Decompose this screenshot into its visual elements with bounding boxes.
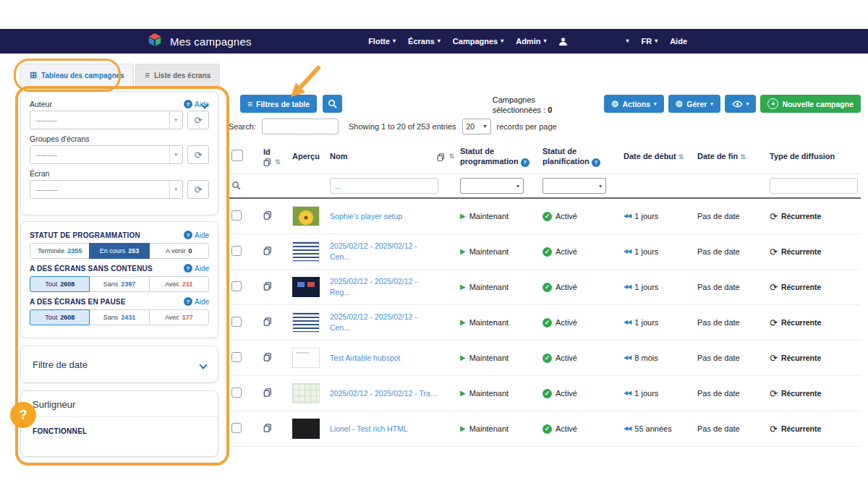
copy-id-icon[interactable] [263, 388, 272, 397]
nav-campagnes[interactable]: Campagnes▾ [453, 37, 503, 46]
collapse-chevron-icon[interactable] [202, 98, 208, 111]
table-row[interactable]: 2025/02/12 - 2025/02/12 - Cen... ▶Mainte… [229, 234, 861, 270]
visibility-button[interactable]: ▾ [725, 95, 757, 113]
copy-icon[interactable] [437, 153, 445, 161]
filter-tout-button[interactable]: Tout2608 [30, 309, 90, 325]
annotation-help-badge[interactable]: ? [10, 402, 36, 428]
nav-ecrans[interactable]: Écrans▾ [408, 37, 441, 46]
column-header-statut-planification[interactable]: Statut de planification ? [540, 140, 621, 174]
sidebar-date-filter-panel[interactable]: Filtre de date [20, 346, 218, 383]
table-row[interactable]: 2025/02/12 - 2025/02/12 - Tra... ▶Mainte… [229, 376, 861, 411]
copy-icon[interactable] [263, 158, 271, 166]
table-row[interactable]: Sophie's player setup ▶Maintenant ✓Activ… [229, 198, 861, 234]
filter-avec-button[interactable]: Avec211 [149, 276, 209, 292]
copy-id-icon[interactable] [263, 247, 272, 255]
nav-flotte[interactable]: Flotte▾ [368, 37, 396, 46]
help-icon[interactable]: ? [521, 158, 529, 167]
nav-user-menu[interactable]: ▾ [626, 38, 629, 44]
ecran-select[interactable]: ---------▾ [30, 180, 183, 199]
surligneur-fonctionnel-item[interactable]: FONCTIONNEL [21, 417, 218, 435]
column-header-statut-programmation[interactable]: Statut de programmation ? [457, 140, 540, 174]
campaign-thumbnail[interactable] [292, 383, 320, 403]
campaign-name-link[interactable]: 2025/02/12 - 2025/02/12 - Cen... [330, 241, 438, 262]
prog-status-text: Maintenant [469, 247, 509, 256]
campaign-thumbnail[interactable] [292, 348, 320, 368]
select-all-checkbox[interactable] [231, 150, 243, 161]
column-header-id[interactable]: Id ⇅ [260, 140, 289, 174]
refresh-button[interactable]: ⟳ [187, 111, 209, 129]
ecrans-en-pause-group: Tout2608 Sans2431 Avec177 [30, 309, 209, 325]
copy-id-icon[interactable] [263, 317, 272, 326]
row-checkbox[interactable] [231, 281, 242, 291]
campaign-thumbnail[interactable] [292, 277, 320, 297]
copy-id-icon[interactable] [263, 211, 272, 220]
filter-sans-button[interactable]: Sans2397 [89, 276, 149, 292]
select-value: --------- [35, 151, 57, 159]
ecrans-en-pause-help-link[interactable]: ?Aide [184, 297, 209, 306]
row-checkbox[interactable] [231, 210, 242, 221]
gerer-button[interactable]: ⚙ Gérer ▾ [668, 95, 720, 113]
page-size-select[interactable]: 20 ▾ [462, 119, 491, 134]
auteur-select[interactable]: ---------▾ [30, 111, 183, 129]
filter-sans-button[interactable]: Sans2431 [89, 309, 149, 325]
nav-admin[interactable]: Admin▾ [516, 37, 546, 46]
copy-id-icon[interactable] [263, 424, 272, 432]
prog-filter-select[interactable]: ▾ [460, 178, 524, 194]
row-checkbox[interactable] [231, 352, 242, 362]
filter-terminee-button[interactable]: Terminée2355 [30, 243, 90, 259]
groupes-ecrans-select[interactable]: ---------▾ [30, 145, 183, 164]
tab-tableau-campagnes[interactable]: ⊞ Tableau des campagnes [20, 64, 134, 86]
filter-a-venir-button[interactable]: A venir0 [149, 243, 209, 259]
start-date-text: 1 jours [634, 389, 658, 398]
search-input[interactable] [262, 119, 339, 134]
campaign-name-link[interactable]: 2025/02/12 - 2025/02/12 - Tra... [330, 388, 438, 399]
plan-filter-select[interactable]: ▾ [542, 178, 606, 194]
nav-language[interactable]: FR▾ [641, 37, 658, 46]
refresh-button[interactable]: ⟳ [187, 145, 209, 164]
nom-filter-input[interactable] [330, 178, 438, 194]
column-label-prog: Statut de programmation [460, 147, 519, 166]
column-header-date-fin[interactable]: Date de fin⇅ [694, 140, 767, 174]
row-checkbox[interactable] [231, 317, 242, 327]
actions-button[interactable]: ⚙ Actions ▾ [604, 95, 664, 113]
type-filter-input[interactable] [770, 178, 858, 194]
column-header-date-debut[interactable]: Date de début⇅ [621, 140, 694, 174]
copy-id-icon[interactable] [263, 282, 272, 291]
chevron-down-icon[interactable] [200, 358, 206, 371]
filter-tout-button[interactable]: Tout2608 [30, 276, 90, 292]
table-row[interactable]: Lionel - Test rich HTML ▶Maintenant ✓Act… [229, 411, 861, 447]
campaign-thumbnail[interactable] [292, 241, 320, 262]
campaign-thumbnail[interactable] [292, 312, 320, 333]
refresh-button[interactable]: ⟳ [187, 180, 209, 199]
row-checkbox[interactable] [231, 246, 242, 256]
new-campaign-button[interactable]: + Nouvelle campagne [760, 95, 861, 113]
filter-avec-button[interactable]: Avec177 [149, 309, 209, 325]
campaign-name-link[interactable]: Sophie's player setup [330, 211, 438, 222]
campaign-thumbnail[interactable] [292, 419, 320, 439]
campaign-thumbnail[interactable] [292, 206, 320, 226]
campaign-name-link[interactable]: Test Airtable hubspot [330, 353, 438, 364]
filter-en-cours-button[interactable]: En cours253 [89, 243, 149, 259]
search-button[interactable] [323, 95, 342, 113]
table-row[interactable]: 2025/02/12 - 2025/02/12 - Cen... ▶Mainte… [229, 305, 861, 341]
column-header-apercu[interactable]: Aperçu [289, 140, 327, 174]
ecrans-sans-contenus-help-link[interactable]: ?Aide [184, 264, 209, 273]
statut-programmation-help-link[interactable]: ?Aide [184, 231, 209, 239]
campaign-name-link[interactable]: 2025/02/12 - 2025/02/12 - Cen... [330, 312, 438, 333]
campaign-name-link[interactable]: Lionel - Test rich HTML [330, 424, 438, 435]
column-header-type-diffusion[interactable]: Type de diffusion [767, 140, 861, 174]
table-filters-button[interactable]: ≡ Filtres de table [240, 95, 317, 113]
table-row[interactable]: 2025/02/12 - 2025/02/12 - Reg... ▶Mainte… [229, 270, 861, 305]
campaign-name-link[interactable]: 2025/02/12 - 2025/02/12 - Reg... [330, 276, 438, 297]
help-icon[interactable]: ? [592, 158, 600, 167]
user-icon[interactable] [558, 37, 568, 46]
row-checkbox[interactable] [231, 388, 242, 398]
row-checkbox[interactable] [231, 423, 242, 433]
nav-aide[interactable]: Aide [670, 37, 687, 46]
table-row[interactable]: Test Airtable hubspot ▶Maintenant ✓Activ… [229, 341, 861, 376]
tab-liste-ecrans[interactable]: ≡ Liste des écrans [135, 64, 220, 86]
column-header-nom[interactable]: Nom ⇅ [327, 140, 457, 174]
tabbar: ⊞ Tableau des campagnes ≡ Liste des écra… [20, 64, 220, 86]
copy-id-icon[interactable] [263, 353, 272, 361]
app-logo-icon[interactable] [147, 32, 163, 51]
